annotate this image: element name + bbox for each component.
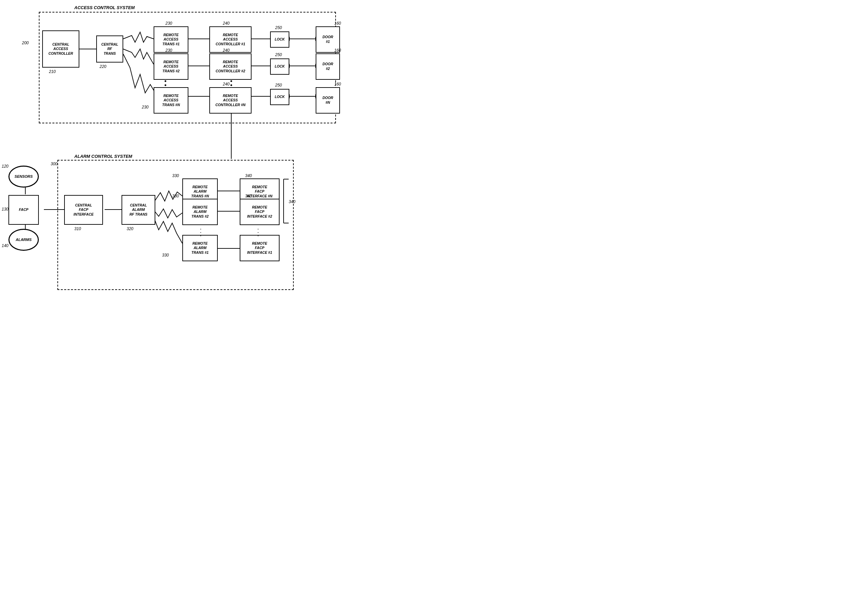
ref-300: 300 <box>51 162 57 166</box>
remote-alarm-trans-2-box: REMOTE ALARM TRANS #2 <box>182 199 218 225</box>
central-facp-interface-box: CENTRAL FACP INTERFACE <box>64 195 103 225</box>
sensors-circle: SENSORS <box>8 166 39 188</box>
dots-facp-3: · <box>257 233 259 239</box>
alarms-circle: ALARMS <box>8 229 39 251</box>
remote-access-trans-2-box: REMOTE ACCESS TRANS #2 <box>153 53 188 80</box>
diagram: ACCESS CONTROL SYSTEM 200 CENTRAL ACCESS… <box>0 0 434 304</box>
ref-160-2: 160 <box>334 48 341 53</box>
lock-1-box: LOCK <box>270 31 289 48</box>
ref-200: 200 <box>22 40 29 45</box>
ref-340-2: 340 <box>245 194 252 198</box>
ref-230-n: 230 <box>142 105 149 109</box>
lock-n-box: LOCK <box>270 89 289 105</box>
remote-access-controller-2-box: REMOTE ACCESS CONTROLLER #2 <box>209 53 251 80</box>
ref-340-bracket: 340 <box>289 199 295 204</box>
ref-210: 210 <box>49 69 56 74</box>
ref-320: 320 <box>127 226 133 231</box>
ref-240-n: 240 <box>223 82 229 87</box>
ref-250-1: 250 <box>275 25 282 30</box>
door-2-box: DOOR #2 <box>316 53 340 80</box>
dots-alarm-3: · <box>200 233 202 239</box>
remote-access-controller-1-box: REMOTE ACCESS CONTROLLER #1 <box>209 26 251 53</box>
ref-230-2: 230 <box>166 48 172 53</box>
ref-330-2: 330 <box>172 194 179 198</box>
ref-250-n: 250 <box>275 83 282 87</box>
ref-160-n: 160 <box>334 82 341 87</box>
ref-330-n: 330 <box>172 173 179 178</box>
ref-160-1: 160 <box>334 21 341 26</box>
remote-facp-interface-1-box: REMOTE FACP INTERFACE #1 <box>240 235 279 261</box>
ref-120: 120 <box>2 164 8 169</box>
remote-facp-interface-2-box: REMOTE FACP INTERFACE #2 <box>240 199 279 225</box>
ref-250-2: 250 <box>275 52 282 57</box>
central-rf-trans-box: CENTRAL RF TRANS <box>96 36 123 62</box>
ref-340-n: 340 <box>245 173 252 178</box>
lock-2-box: LOCK <box>270 59 289 75</box>
ref-240-2: 240 <box>223 48 229 53</box>
door-n-box: DOOR #N <box>316 87 340 114</box>
ref-220: 220 <box>99 64 106 69</box>
facp-box: FACP <box>8 195 39 225</box>
central-alarm-rf-trans-box: CENTRAL ALARM RF TRANS <box>121 195 155 225</box>
alarm-control-label: ALARM CONTROL SYSTEM <box>74 154 132 159</box>
ref-330-1: 330 <box>162 253 169 258</box>
central-access-controller-box: CENTRAL ACCESS CONTROLLER <box>42 30 79 68</box>
ref-240-1: 240 <box>223 21 229 26</box>
ref-140: 140 <box>2 243 8 248</box>
ref-130: 130 <box>2 207 8 211</box>
remote-access-controller-n-box: REMOTE ACCESS CONTROLLER #N <box>209 87 251 114</box>
access-control-label: ACCESS CONTROL SYSTEM <box>74 5 135 10</box>
ref-230-1: 230 <box>166 21 172 26</box>
remote-access-trans-n-box: REMOTE ACCESS TRANS #N <box>153 87 188 114</box>
ref-310: 310 <box>74 226 81 231</box>
